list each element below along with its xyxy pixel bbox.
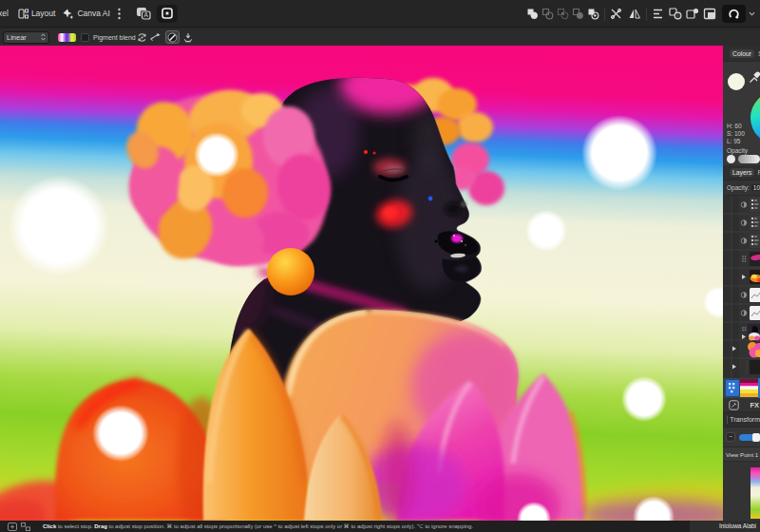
svg-text:A: A xyxy=(143,11,148,18)
